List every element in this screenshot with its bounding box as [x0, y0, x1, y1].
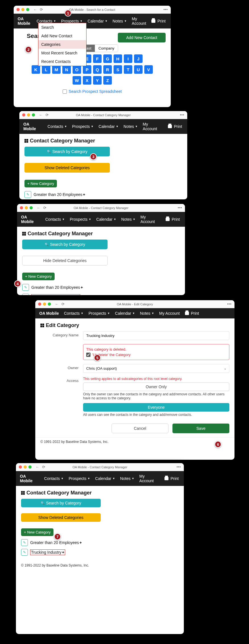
reload-icon[interactable]: ⟳	[61, 302, 65, 306]
letter-p[interactable]: P	[83, 65, 91, 74]
back-icon[interactable]: ←	[37, 206, 40, 210]
undelete-checkbox[interactable]	[86, 353, 90, 357]
back-icon[interactable]: ←	[33, 7, 37, 12]
letter-t[interactable]: T	[124, 65, 132, 74]
search-by-category-button[interactable]: Search by Category	[21, 499, 101, 507]
edit-icon[interactable]: ✎	[21, 549, 28, 556]
dropdown-most-recent-search[interactable]: Most Recent Search	[38, 49, 86, 57]
menu-calendar[interactable]: Calendar▼	[87, 18, 109, 24]
letter-l[interactable]: L	[42, 65, 50, 74]
reload-icon[interactable]: ⟳	[43, 206, 46, 210]
dropdown-search[interactable]: Search	[38, 23, 86, 32]
letter-w[interactable]: W	[73, 76, 81, 85]
letter-q[interactable]: Q	[93, 65, 102, 74]
overflow-icon[interactable]: •••	[163, 8, 168, 12]
maximize-icon[interactable]	[28, 465, 32, 469]
maximize-icon[interactable]	[26, 8, 29, 11]
save-button[interactable]: Save	[172, 424, 229, 433]
letter-h[interactable]: H	[114, 54, 122, 63]
menu-notes[interactable]: Notes▼	[139, 310, 155, 316]
close-icon[interactable]	[17, 8, 20, 11]
brand[interactable]: OA Mobile	[39, 311, 59, 316]
letter-j[interactable]: J	[134, 54, 143, 63]
minimize-icon[interactable]	[25, 206, 28, 209]
new-category-button[interactable]: +New Category	[21, 528, 53, 536]
menu-contacts[interactable]: Contacts▼	[46, 124, 68, 129]
search-by-category-button[interactable]: Search by Category	[22, 240, 108, 249]
reload-icon[interactable]: ⟳	[46, 113, 49, 117]
menu-print[interactable]: Print	[163, 476, 180, 481]
overflow-icon[interactable]: •••	[180, 113, 184, 117]
overflow-icon[interactable]: •••	[227, 302, 232, 306]
menu-print[interactable]: Print	[150, 18, 167, 24]
letter-g[interactable]: G	[103, 54, 112, 63]
expand-icon[interactable]: +	[62, 550, 64, 555]
menu-notes[interactable]: Notes▼	[112, 18, 128, 24]
menu-print[interactable]: Print	[167, 124, 183, 129]
category-item[interactable]: Greater than 20 Employees+	[30, 540, 82, 545]
hide-deleted-categories-button[interactable]: Hide Deleted Categories	[22, 256, 108, 265]
expand-icon[interactable]: +	[83, 295, 85, 295]
menu-contacts[interactable]: Contacts▼	[43, 476, 65, 481]
menu-my-account[interactable]: My Account	[158, 310, 181, 316]
letter-z[interactable]: Z	[103, 76, 112, 85]
minimize-icon[interactable]	[27, 113, 30, 116]
letter-f[interactable]: F	[93, 54, 102, 63]
menu-notes[interactable]: Notes▼	[120, 216, 137, 222]
back-icon[interactable]: ←	[36, 465, 39, 469]
add-new-contact-button[interactable]: Add New Contact	[118, 33, 166, 42]
search-prospect-label[interactable]: Search Prospect Spreadsheet	[69, 89, 122, 94]
close-icon[interactable]	[22, 113, 25, 116]
category-item-deleted[interactable]: Trucking Industry (deleted)	[31, 294, 80, 295]
menu-calendar[interactable]: Calendar▼	[97, 124, 120, 129]
menu-prospects[interactable]: Prospects▼	[71, 124, 94, 129]
menu-my-account[interactable]: My Account	[142, 121, 164, 132]
overflow-icon[interactable]: •••	[176, 465, 181, 469]
minimize-icon[interactable]	[24, 465, 27, 469]
new-category-button[interactable]: +New Category	[24, 180, 57, 187]
letter-r[interactable]: R	[103, 65, 112, 74]
maximize-icon[interactable]	[48, 302, 51, 306]
expand-icon[interactable]: +	[81, 285, 83, 290]
category-item[interactable]: Greater than 20 Employees+	[34, 192, 85, 197]
menu-my-account[interactable]: My Account	[139, 214, 162, 224]
segment-company[interactable]: Company	[95, 45, 118, 52]
minimize-icon[interactable]	[43, 302, 46, 306]
menu-prospects[interactable]: Prospects▼	[69, 216, 92, 222]
letter-u[interactable]: U	[134, 65, 143, 74]
close-icon[interactable]	[38, 302, 41, 306]
expand-icon[interactable]: +	[83, 192, 85, 197]
dropdown-add-contact[interactable]: Add New Contact	[38, 32, 86, 40]
menu-notes[interactable]: Notes▼	[119, 476, 135, 481]
menu-calendar[interactable]: Calendar▼	[94, 476, 116, 481]
letter-k[interactable]: K	[32, 65, 40, 74]
show-deleted-categories-button[interactable]: Show Deleted Categories	[21, 513, 101, 522]
category-item[interactable]: Trucking Industry+	[30, 549, 65, 555]
letter-y[interactable]: Y	[93, 76, 102, 85]
menu-notes[interactable]: Notes▼	[122, 124, 139, 129]
brand[interactable]: OA Mobile	[18, 17, 32, 26]
menu-contacts[interactable]: Contacts▼	[63, 310, 85, 316]
letter-m[interactable]: M	[52, 65, 61, 74]
search-by-category-button[interactable]: Search by Category	[24, 147, 110, 156]
reload-icon[interactable]: ⟳	[42, 465, 45, 469]
menu-contacts[interactable]: Contacts▼	[44, 216, 66, 222]
letter-s[interactable]: S	[114, 65, 122, 74]
letter-o[interactable]: O	[73, 65, 81, 74]
menu-print[interactable]: Print	[164, 216, 181, 222]
category-item[interactable]: Greater than 20 Employees+	[31, 285, 83, 290]
menu-calendar[interactable]: Calendar▼	[95, 216, 117, 222]
letter-v[interactable]: V	[144, 65, 153, 74]
brand[interactable]: OA Mobile	[21, 215, 40, 224]
owner-only-button[interactable]: Owner Only	[83, 383, 229, 391]
edit-icon[interactable]: ✎	[22, 284, 29, 291]
close-icon[interactable]	[20, 206, 23, 209]
new-category-button[interactable]: +New Category	[22, 273, 55, 280]
maximize-icon[interactable]	[30, 206, 33, 209]
everyone-button[interactable]: Everyone	[83, 403, 229, 412]
letter-i[interactable]: I	[124, 54, 132, 63]
brand[interactable]: OA Mobile	[23, 122, 42, 131]
expand-icon[interactable]: +	[79, 540, 82, 545]
menu-prospects[interactable]: Prospects▼	[87, 310, 111, 316]
letter-n[interactable]: N	[62, 65, 71, 74]
